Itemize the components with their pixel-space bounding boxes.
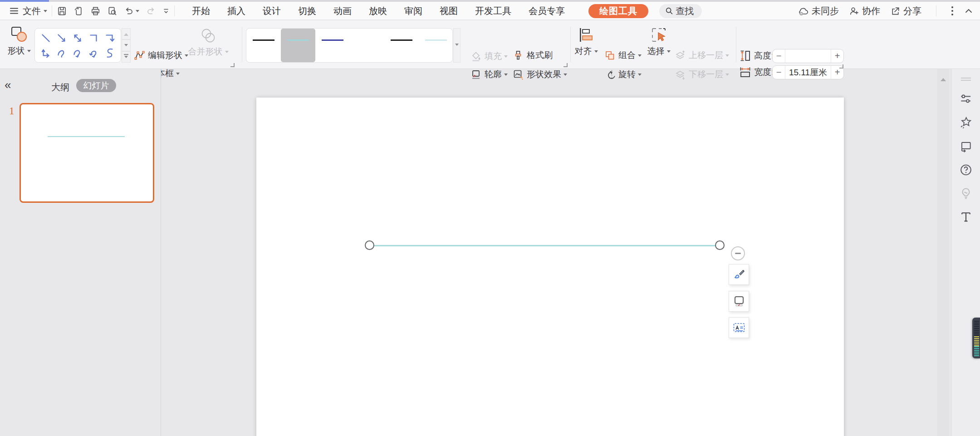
dialog-launcher[interactable]	[564, 63, 568, 67]
redo-button[interactable]	[146, 6, 156, 16]
gallery-more-button[interactable]	[122, 51, 131, 63]
shape-curved-arrow[interactable]	[70, 45, 86, 60]
tab-view[interactable]: 视图	[439, 3, 459, 19]
selected-line-shape[interactable]	[370, 245, 720, 246]
more-options-kebab-icon[interactable]	[951, 5, 954, 16]
select-button[interactable]: 选择	[644, 27, 673, 57]
tab-outline[interactable]: 大纲	[51, 81, 69, 93]
slide-thumbnail-selected[interactable]	[20, 103, 154, 203]
print-button[interactable]	[90, 6, 101, 16]
scroll-up-arrow[interactable]	[941, 75, 946, 81]
dialog-launcher[interactable]	[230, 63, 235, 67]
shapes-button[interactable]: 形状	[6, 26, 32, 57]
search-box[interactable]: 查找	[659, 4, 702, 18]
height-decrease-button[interactable]: −	[773, 49, 785, 63]
sidebar-slideshow-loop-icon[interactable]	[959, 140, 972, 153]
sidebar-text-tool-icon[interactable]	[960, 211, 972, 223]
slides-panel: « 大纲 幻灯片 1	[0, 69, 161, 436]
group-label: 组合	[618, 49, 636, 61]
collapse-panel-button[interactable]: «	[5, 79, 11, 91]
sidebar-tips-bulb-icon[interactable]	[959, 187, 972, 200]
gallery-scroll-up-button[interactable]	[122, 28, 131, 39]
line-preview	[253, 39, 274, 41]
rotate-button[interactable]: 旋转	[604, 69, 642, 80]
save-button[interactable]	[57, 6, 67, 16]
height-input[interactable]	[785, 49, 831, 63]
shape-curved-double-arrow[interactable]	[86, 45, 102, 60]
collapse-float-toolbar-button[interactable]	[731, 246, 745, 260]
line-endpoint-handle-left[interactable]	[365, 240, 374, 250]
line-preview	[356, 39, 378, 41]
line-style-preset-6[interactable]	[419, 29, 453, 62]
shape-freeform-s[interactable]	[102, 45, 118, 60]
tab-drawing-tools-active[interactable]: 绘图工具	[588, 4, 648, 18]
shape-line[interactable]	[38, 30, 54, 45]
edit-shape-label: 编辑形状	[148, 49, 182, 61]
line-preview	[425, 39, 447, 41]
line-style-preset-1[interactable]	[246, 29, 281, 62]
tab-slideshow[interactable]: 放映	[368, 3, 388, 19]
gallery-scroll-down-button[interactable]	[122, 39, 131, 51]
tab-slides-active[interactable]: 幻灯片	[76, 79, 116, 92]
float-text-box-button[interactable]	[729, 317, 749, 338]
undo-dropdown-icon[interactable]	[136, 10, 139, 14]
shape-elbow-double-arrow-connector[interactable]	[38, 45, 54, 60]
tab-home[interactable]: 开始	[191, 3, 211, 19]
vertical-scrollbar[interactable]	[937, 69, 949, 436]
shape-elbow-arrow-connector[interactable]	[102, 30, 118, 45]
tab-developer[interactable]: 开发工具	[474, 3, 512, 19]
height-increase-button[interactable]: +	[831, 49, 843, 63]
top-menu-bar: 文件	[0, 2, 980, 20]
fill-icon	[470, 51, 481, 62]
line-style-preset-2-selected[interactable]	[281, 29, 315, 62]
divider	[52, 5, 52, 16]
chevron-down-icon	[504, 73, 508, 78]
shape-double-arrow[interactable]	[70, 30, 86, 45]
group-button[interactable]: 组合	[604, 49, 642, 61]
tab-transition[interactable]: 切换	[297, 3, 317, 19]
width-input[interactable]: 15.11厘米	[785, 66, 831, 79]
dialog-launcher[interactable]	[839, 64, 843, 69]
float-style-brush-button[interactable]	[729, 264, 749, 285]
sync-status-button[interactable]: 未同步	[798, 5, 839, 17]
sidebar-effects-star-icon[interactable]	[959, 116, 972, 129]
shape-curve[interactable]	[54, 45, 69, 60]
tab-membership[interactable]: 会员专享	[528, 3, 566, 19]
chevron-down-icon	[44, 10, 47, 14]
slide-canvas[interactable]	[256, 98, 844, 436]
width-decrease-button[interactable]: −	[773, 66, 785, 79]
shape-elbow-connector[interactable]	[86, 30, 102, 45]
tab-insert[interactable]: 插入	[226, 3, 246, 19]
shape-arrow[interactable]	[54, 30, 69, 45]
collaborate-label: 协作	[862, 5, 880, 17]
chevron-down-icon	[27, 50, 31, 54]
file-menu-button[interactable]: 文件	[23, 5, 47, 17]
divider	[570, 27, 571, 62]
share-button[interactable]: 分享	[890, 5, 921, 17]
collaborate-button[interactable]: 协作	[849, 5, 880, 17]
sidebar-drag-handle-icon[interactable]	[960, 76, 972, 83]
customize-toolbar-button[interactable]	[162, 7, 170, 15]
edit-shape-button[interactable]: 编辑形状	[134, 49, 188, 61]
print-preview-button[interactable]	[107, 6, 118, 16]
format-painter-button[interactable]: 格式刷	[513, 49, 553, 61]
outline-button[interactable]: 轮廓	[470, 69, 508, 80]
export-pdf-button[interactable]	[74, 6, 84, 16]
line-style-preset-5[interactable]	[384, 29, 419, 62]
line-endpoint-handle-right[interactable]	[715, 240, 725, 250]
align-button[interactable]: 对齐	[573, 28, 600, 57]
collapse-ribbon-button[interactable]	[964, 6, 974, 16]
line-style-preset-3[interactable]	[315, 29, 350, 62]
style-gallery-more-button[interactable]	[453, 28, 461, 63]
shape-effects-button[interactable]: 形状效果	[513, 69, 567, 80]
undo-button[interactable]	[124, 6, 139, 16]
sidebar-help-icon[interactable]	[959, 163, 972, 176]
tab-review[interactable]: 审阅	[403, 3, 423, 19]
tab-animation[interactable]: 动画	[333, 3, 353, 19]
performance-meter-widget[interactable]	[972, 318, 980, 358]
line-style-preset-4[interactable]	[350, 29, 384, 62]
float-outline-button[interactable]	[729, 291, 749, 312]
sidebar-properties-icon[interactable]	[960, 93, 972, 105]
hamburger-menu-icon[interactable]	[9, 6, 19, 16]
tab-design[interactable]: 设计	[262, 3, 282, 19]
